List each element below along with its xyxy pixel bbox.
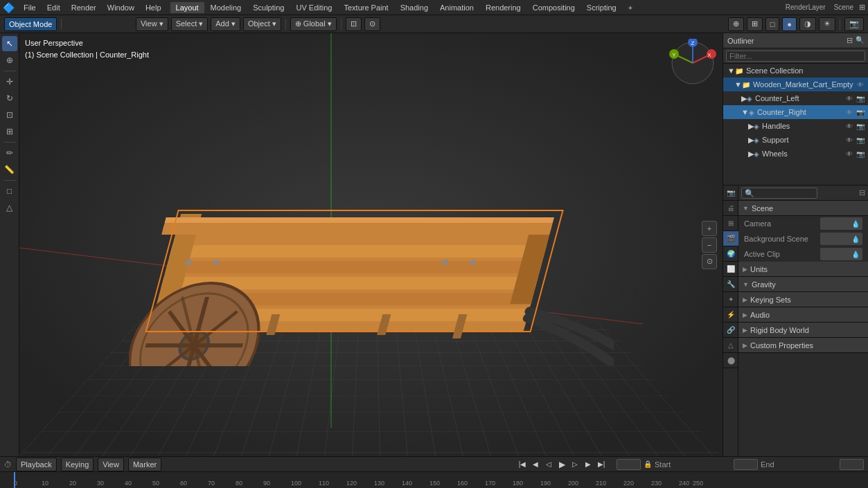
- material-btn[interactable]: ◑: [799, 17, 816, 31]
- workspace-add[interactable]: +: [623, 2, 638, 13]
- outliner-item-counter-right[interactable]: ▼ ◈ Counter_Right 👁 📷: [723, 105, 868, 119]
- xray-btn[interactable]: ⊞: [747, 17, 763, 31]
- support-vis[interactable]: 👁: [844, 135, 854, 145]
- units-section[interactable]: ▶ Units: [738, 262, 868, 277]
- workspace-animation[interactable]: Animation: [434, 2, 479, 13]
- object-tab[interactable]: ⬜: [723, 262, 738, 277]
- start-frame-input[interactable]: 1: [734, 459, 758, 470]
- particles-tab[interactable]: ✦: [723, 292, 738, 307]
- window-icon[interactable]: ⊞: [859, 3, 865, 12]
- overlay-btn[interactable]: ⊕: [728, 17, 744, 31]
- props-filter-icon[interactable]: ⊟: [859, 188, 865, 197]
- select-tool[interactable]: ↖: [2, 36, 17, 51]
- workspace-compositing[interactable]: Compositing: [527, 2, 581, 13]
- jump-start-btn[interactable]: |◀: [517, 459, 528, 470]
- proportional-btn[interactable]: ⊙: [364, 17, 380, 31]
- next-keyframe-btn[interactable]: ▷: [569, 459, 581, 470]
- world-tab[interactable]: 🌍: [723, 246, 738, 262]
- walk-btn[interactable]: ⊙: [702, 254, 717, 269]
- solid-btn[interactable]: ●: [782, 17, 797, 31]
- output-tab[interactable]: 🖨: [723, 201, 738, 216]
- move-tool[interactable]: ✛: [2, 74, 17, 89]
- rigid-body-section[interactable]: ▶ Rigid Body World: [738, 323, 868, 338]
- wheels-render[interactable]: 📷: [856, 149, 865, 159]
- next-frame-btn[interactable]: ▶: [583, 459, 594, 470]
- transform-global-btn[interactable]: ⊕ Global ▾: [290, 17, 337, 31]
- outliner-item-wheels[interactable]: ▶ ◈ Wheels 👁 📷: [723, 147, 868, 161]
- playback-btn[interactable]: Playback: [16, 458, 57, 471]
- outliner-search-icon[interactable]: 🔍: [856, 36, 864, 45]
- view-layer-tab[interactable]: ⊞: [723, 216, 738, 231]
- frame-lock-icon[interactable]: 🔒: [644, 460, 652, 468]
- zoom-out-btn[interactable]: −: [702, 237, 717, 253]
- audio-section[interactable]: ▶ Audio: [738, 307, 868, 323]
- outliner-item-scene-collection[interactable]: ▼ 📁 Scene Collection: [723, 64, 868, 78]
- marker-btn[interactable]: Marker: [128, 458, 161, 471]
- workspace-shading[interactable]: Shading: [395, 2, 434, 13]
- outliner-item-wooden-cart[interactable]: ▼ 📁 Wooden_Market_Cart_Empty 👁: [723, 78, 868, 91]
- select-btn[interactable]: Select ▾: [171, 17, 209, 31]
- workspace-sculpting[interactable]: Sculpting: [247, 2, 290, 13]
- workspace-modeling[interactable]: Modeling: [205, 2, 247, 13]
- view-btn[interactable]: View ▾: [136, 17, 168, 31]
- handles-vis[interactable]: 👁: [844, 121, 854, 131]
- outliner-filter-icon[interactable]: ⊟: [847, 36, 853, 45]
- counter-right-render[interactable]: 📷: [856, 107, 865, 117]
- physics-tab[interactable]: ⚡: [723, 307, 738, 323]
- keying-btn[interactable]: Keying: [61, 458, 94, 471]
- rotate-tool[interactable]: ↻: [2, 91, 17, 106]
- menu-file[interactable]: File: [19, 2, 41, 13]
- outliner-search-input[interactable]: [726, 51, 865, 62]
- menu-window[interactable]: Window: [103, 2, 139, 13]
- counter-left-render[interactable]: 📷: [856, 93, 865, 103]
- rendered-btn[interactable]: ☀: [819, 17, 835, 31]
- add-cube-tool[interactable]: □: [2, 183, 17, 199]
- counter-left-vis[interactable]: 👁: [844, 93, 854, 103]
- menu-help[interactable]: Help: [141, 2, 166, 13]
- render-tab[interactable]: 📷: [723, 186, 738, 201]
- material-tab[interactable]: ⬤: [723, 353, 738, 368]
- menu-edit[interactable]: Edit: [42, 2, 65, 13]
- blender-logo[interactable]: 🔷: [3, 2, 15, 13]
- snap-btn[interactable]: ⊡: [346, 17, 362, 31]
- data-tab[interactable]: △: [723, 338, 738, 353]
- scale-tool[interactable]: ⊡: [2, 107, 17, 123]
- prev-frame-btn[interactable]: ◀: [530, 459, 541, 470]
- current-frame-input[interactable]: 1: [617, 459, 641, 470]
- render-layer-btn[interactable]: RenderLayer: [783, 3, 829, 11]
- workspace-rendering[interactable]: Rendering: [480, 2, 526, 13]
- counter-right-vis[interactable]: 👁: [844, 107, 854, 117]
- active-clip-eyedropper[interactable]: 💧: [851, 251, 860, 258]
- viewport[interactable]: User Perspective (1) Scene Collection | …: [19, 33, 723, 456]
- bg-scene-eyedropper[interactable]: 💧: [851, 235, 860, 243]
- object-btn[interactable]: Object ▾: [243, 17, 281, 31]
- bg-scene-field[interactable]: 💧: [820, 233, 862, 245]
- measure-tool[interactable]: 📏: [2, 162, 17, 177]
- visibility-icon[interactable]: 👁: [856, 80, 865, 89]
- props-search-input[interactable]: [741, 188, 817, 199]
- timeline-ruler[interactable]: 0 10 20 30 40 50 60 70 80 90 100 110 120…: [0, 472, 868, 488]
- zoom-in-btn[interactable]: +: [702, 221, 717, 236]
- gravity-section[interactable]: ▼ Gravity: [738, 277, 868, 292]
- scene-section-header[interactable]: ▼ Scene: [738, 201, 868, 216]
- wireframe-btn[interactable]: □: [765, 17, 780, 31]
- custom-props-section[interactable]: ▶ Custom Properties: [738, 338, 868, 353]
- scene-tab[interactable]: 🎬: [723, 231, 738, 246]
- outliner-item-support[interactable]: ▶ ◈ Support 👁 📷: [723, 133, 868, 147]
- outliner-item-counter-left[interactable]: ▶ ◈ Counter_Left 👁 📷: [723, 91, 868, 105]
- nav-gizmo[interactable]: X Y Z: [668, 39, 717, 87]
- menu-render[interactable]: Render: [67, 2, 101, 13]
- modifier-tab[interactable]: 🔧: [723, 277, 738, 292]
- workspace-uv-editing[interactable]: UV Editing: [290, 2, 337, 13]
- scene-select[interactable]: Scene: [831, 3, 856, 11]
- prev-keyframe-btn[interactable]: ◁: [543, 459, 554, 470]
- active-clip-field[interactable]: 💧: [820, 248, 862, 260]
- handles-render[interactable]: 📷: [856, 121, 865, 131]
- object-mode-btn[interactable]: Object Mode: [4, 17, 57, 31]
- camera-field[interactable]: 💧: [820, 217, 862, 230]
- end-frame-input[interactable]: 250: [840, 459, 864, 470]
- view-timeline-btn[interactable]: View: [98, 458, 124, 471]
- cursor-tool[interactable]: ⊕: [2, 53, 17, 68]
- workspace-layout[interactable]: Layout: [170, 2, 204, 13]
- camera-eyedropper[interactable]: 💧: [851, 220, 860, 228]
